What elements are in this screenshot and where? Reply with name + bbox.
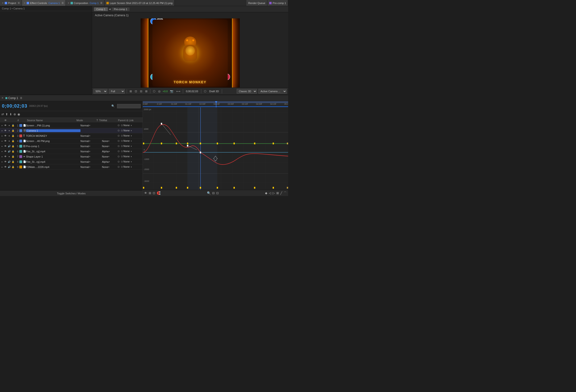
gt-hold-icon[interactable]: ⊠ [276, 191, 279, 195]
gt-ease-icon[interactable]: ◆ [265, 191, 267, 195]
gt-fit-icon[interactable]: ⊡ [153, 191, 155, 195]
tab-project[interactable]: ✕ Project ☰ [0, 0, 22, 6]
toggle-switches-bar[interactable]: Toggle Switches / Modes [0, 190, 143, 196]
layer-expand-3[interactable]: ▸ [0, 140, 4, 142]
tab-comp-menu[interactable]: ☰ [100, 2, 102, 4]
lock-vis-1[interactable]: 🔒 [11, 129, 15, 132]
layer-name-1[interactable]: Camera 1 [26, 129, 81, 132]
trkmat-8[interactable]: None ▾ [102, 166, 116, 168]
tab-effect-controls[interactable]: ✕ Effect Controls Camera 1 ☰ [22, 0, 66, 6]
grid-icon[interactable]: ⊞ [129, 89, 133, 93]
layer-expand-7[interactable]: ▸ [0, 161, 4, 163]
guides-icon[interactable]: ⊞ [144, 89, 148, 93]
layer-mode-0[interactable]: Normal ▾ [81, 124, 98, 127]
layer-name-4[interactable]: Pre-comp 1 [26, 145, 81, 148]
lock-vis-2[interactable]: 🔒 [11, 134, 15, 138]
layer-mode-6[interactable]: Normal ▾ [81, 155, 98, 158]
eye-vis-1[interactable]: 👁 [4, 129, 7, 132]
lock-vis-5[interactable]: 🔒 [11, 150, 15, 153]
gt-zoom-fit-icon[interactable]: ⊟ [212, 191, 215, 195]
timeline-ruler[interactable]: 0:00f 0:15f 01:00f 01:15f 02:00f 02:15f … [143, 101, 288, 106]
layer-link-6[interactable]: ⊙ [116, 155, 121, 158]
layer-expand-5[interactable]: ▸ [0, 150, 4, 153]
trkmat-7[interactable]: Alpha ▾ [102, 160, 116, 163]
layer-expand-2[interactable]: ▸ [0, 135, 4, 137]
comp-panel-tab-label[interactable]: Comp 1 [8, 96, 18, 100]
layer-mode-8[interactable]: Normal ▾ [81, 166, 98, 168]
layer-row[interactable]: ▸ 👁 ● 🔒 3 T TORCH MONKEY Normal ▾ ⊙ ⊙Non… [0, 133, 143, 139]
layer-expand-4[interactable]: ▸ [0, 145, 4, 147]
trkmat-4[interactable]: None ▾ [102, 145, 116, 148]
snapshot-icon[interactable]: 📷 [169, 89, 174, 93]
layer-name-0[interactable]: Screen ...PM (1).png [26, 124, 81, 127]
render-mode-select[interactable]: Classic 3D Cinema 4D [237, 89, 257, 94]
layer-link-7[interactable]: ⊙ [116, 160, 121, 163]
eye-vis-8[interactable]: 👁 [4, 165, 7, 169]
audio-vis-7[interactable]: 🔊 [7, 160, 11, 164]
trkmat-6[interactable]: None ▾ [102, 155, 116, 158]
comp-panel-close[interactable]: ✕ [1, 96, 3, 100]
layer-link-1[interactable]: ⊙ [116, 129, 121, 132]
comp-subtab-arrow[interactable]: ◀ [109, 8, 111, 10]
color-correction-icon[interactable]: ⬡ [152, 89, 156, 93]
lock-vis-4[interactable]: 🔒 [11, 144, 15, 148]
layer-name-8[interactable]: Y2Mate....2228.mp4 [26, 166, 81, 168]
layer-row[interactable]: ▸ 👁 🔊 🔒 5 🖼 Pre-comp 1 Normal ▾ None ▾ ⊙… [0, 144, 143, 149]
comp-subtab-comp1[interactable]: Comp 1 [94, 7, 108, 11]
lock-vis-0[interactable]: 🔒 [11, 124, 15, 127]
compare-icon[interactable]: ⟷ [175, 89, 181, 93]
eye-vis-3[interactable]: 👁 [4, 140, 7, 143]
eye-vis-2[interactable]: 👁 [4, 134, 7, 138]
solo-vis-6[interactable]: ● [7, 155, 11, 158]
layer-expand-6[interactable]: ▸ [0, 155, 4, 158]
eye-vis-7[interactable]: 👁 [4, 160, 7, 164]
tab-render-queue[interactable]: Render Queue [246, 0, 267, 6]
layer-link-8[interactable]: ⊙ [116, 165, 121, 168]
eye-vis-6[interactable]: 👁 [4, 155, 7, 158]
layer-row[interactable]: ▸ 👁 🔊 🔒 9 📄 Y2Mate....2228.mp4 Normal ▾ … [0, 164, 143, 169]
layer-link-2[interactable]: ⊙ [116, 134, 121, 137]
layer-expand-0[interactable]: ▸ [0, 124, 4, 127]
layer-row[interactable]: ▸ 👁 🔊 🔒 6 📄 Fire_St...rg].mp4 Normal ▾ A… [0, 149, 143, 154]
ripple-edit-icon[interactable]: ⇄ [1, 112, 4, 116]
layer-mode-5[interactable]: Normal ▾ [81, 150, 98, 153]
gt-eye-icon[interactable]: 👁 [144, 191, 147, 195]
zoom-select[interactable]: 50% 100% 25% [93, 89, 107, 94]
gt-linear-icon[interactable]: ╱ [280, 191, 282, 195]
layer-expand-8[interactable]: ▸ [0, 166, 4, 168]
safe-zones-icon[interactable]: ⊡ [134, 89, 138, 93]
layer-name-7[interactable]: Fire_St...rg].mp4 [26, 160, 81, 163]
layer-name-6[interactable]: Shape Layer 1 [26, 155, 81, 158]
layer-expand-1[interactable]: ▸ [0, 130, 4, 132]
active-camera-select[interactable]: Active Camera ... Camera 1 [259, 89, 287, 94]
layer-name-3[interactable]: Screen ...46 PM.png [26, 140, 81, 142]
layer-mode-4[interactable]: Normal ▾ [81, 145, 98, 148]
layer-mode-7[interactable]: Normal ▾ [81, 160, 98, 163]
audio-vis-4[interactable]: 🔊 [7, 144, 11, 148]
layer-row[interactable]: ▸ 👁 ● 🔒 4 📄 Screen ...46 PM.png Normal ▾… [0, 139, 143, 144]
solo-vis-0[interactable]: ● [7, 124, 11, 127]
draft3d-icon[interactable]: ⬡ [203, 89, 207, 93]
tab-project-menu[interactable]: ☰ [18, 2, 20, 4]
layer-link-0[interactable]: ⊙ [116, 124, 121, 127]
layer-row[interactable]: ▸ 👁 ● 🔒 2 🎬 Camera 1 ⊙ ⊙None ▾ [0, 128, 143, 133]
solo-vis-2[interactable]: ● [7, 134, 11, 138]
tab-composition[interactable]: ✕ Composition Comp 1 ☰ [66, 0, 105, 6]
lock-vis-8[interactable]: 🔒 [11, 165, 15, 169]
layer-row[interactable]: ▸ 👁 ● 🔒 1 📄 Screen ...PM (1).png Normal … [0, 123, 143, 128]
gt-ease-in-icon[interactable]: ◁ [269, 191, 271, 195]
graph-area[interactable]: 2000 px 1000 0 -1000 -2000 -3000 [143, 107, 288, 190]
timecode-main[interactable]: 0;00;02;03 [2, 103, 27, 109]
layer-name-5[interactable]: Fire_St...rg].mp4 [26, 150, 81, 153]
audio-vis-5[interactable]: 🔊 [7, 150, 11, 153]
comp-panel-menu[interactable]: ☰ [20, 97, 22, 99]
gt-snapping-icon[interactable]: 🧲 [157, 191, 160, 195]
trkmat-5[interactable]: Alpha ▾ [102, 150, 116, 153]
overlay-icon[interactable]: ⊕ [13, 112, 16, 116]
gt-graph-icon[interactable]: ⊞ [149, 191, 151, 195]
lift-extract-icon[interactable]: ⬆ [5, 112, 8, 116]
gt-zoom-in-icon[interactable]: 🔍 [207, 191, 211, 195]
layer-name-2[interactable]: TORCH MONKEY [26, 135, 81, 137]
solo-icon[interactable]: ◉ [17, 112, 20, 116]
tab-comp-close[interactable]: ✕ [68, 2, 70, 4]
